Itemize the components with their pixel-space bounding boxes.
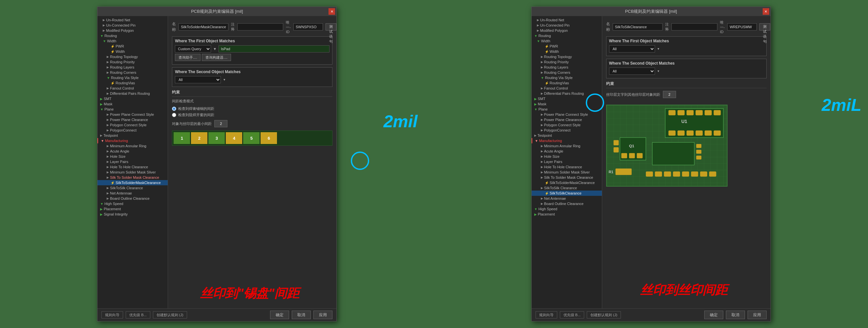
right-tree-width-leaf[interactable]: ⚡ Width (532, 49, 602, 54)
left-tree-min-mask-sliver[interactable]: ▶ Minimum Solder Mask Sliver (97, 170, 168, 175)
right-tree-hole-size[interactable]: ▶ Hole Size (532, 154, 602, 159)
right-tree-silktosilk-leaf[interactable]: ⚡ SilkToSilkClearance (532, 191, 602, 196)
right-rule-btn[interactable]: 规则向导 (535, 311, 557, 319)
right-note-input[interactable] (672, 23, 717, 31)
right-tree-silktosilk[interactable]: ▶ SilkToSilk Clearance (532, 185, 602, 191)
right-tree-polygon-connect[interactable]: ▶ Polygon Connect Style (532, 122, 602, 128)
left-tree-routing-layers[interactable]: ▶ Routing Layers (97, 65, 168, 70)
right-tree-smt[interactable]: ▶ SMT (532, 96, 602, 101)
left-tree-width[interactable]: ▼ Width (97, 38, 168, 44)
right-cancel-btn[interactable]: 取消 (726, 310, 745, 319)
left-tree-net-antennae[interactable]: ▶ Net Antennae (97, 191, 168, 196)
right-second-dropdown[interactable]: All Net (609, 68, 655, 75)
right-tree-pwr[interactable]: ⚡ PWR (532, 44, 602, 49)
right-tree-high-speed[interactable]: ▼ High Speed (532, 206, 602, 211)
right-tree-routing-layers[interactable]: ▶ Routing Layers (532, 65, 602, 70)
left-tree-unrouted-net[interactable]: ▶ Un-Routed Net (97, 18, 168, 23)
right-tree-power-plane-clearance[interactable]: ▶ Power Plane Clearance (532, 117, 602, 122)
left-tree-polygon-connect[interactable]: ▶ Polygon Connect Style (97, 122, 168, 128)
left-tree-signal-integrity[interactable]: ▶ Signal Integrity (97, 211, 168, 217)
right-tree-diff-pairs[interactable]: ▶ Differential Pairs Routing (532, 91, 602, 96)
right-tree-routing-topology[interactable]: ▶ Routing Topology (532, 54, 602, 59)
right-apply-btn[interactable]: 应用 (748, 310, 767, 319)
left-tree-layer-pairs[interactable]: ▶ Layer Pairs (97, 159, 168, 164)
left-tree-hole-size[interactable]: ▶ Hole Size (97, 154, 168, 159)
left-tree-routing-priority[interactable]: ▶ Routing Priority (97, 59, 168, 65)
right-tree-placement[interactable]: ▶ Placement (532, 211, 602, 217)
left-query-value-input[interactable] (219, 45, 330, 53)
left-tree-unconnected-pin[interactable]: ▶ Un-Connected Pin (97, 23, 168, 28)
right-tree-routingvias[interactable]: ⚡ RoutingVias (532, 80, 602, 86)
left-tree-fanout[interactable]: ▶ Fanout Control (97, 86, 168, 91)
left-tree-routing-via-style[interactable]: ▼ Routing Via Style (97, 75, 168, 80)
left-tree-board-outline[interactable]: ▶ Board Outline Clearance (97, 196, 168, 201)
right-tree-routing-corners[interactable]: ▶ Routing Corners (532, 70, 602, 75)
left-query-helper-btn[interactable]: 查询助手.... (175, 54, 200, 61)
left-close-button[interactable]: ✕ (329, 8, 335, 15)
left-radio-input-1[interactable] (172, 107, 176, 111)
left-tree-high-speed[interactable]: ▼ High Speed (97, 201, 168, 206)
right-first-dropdown[interactable]: All Net Custom Query (609, 45, 655, 53)
left-tree-polygonconnect[interactable]: ▶ PolygonConnect (97, 128, 168, 133)
right-tree-min-annular[interactable]: ▶ Minimum Annular Ring (532, 143, 602, 149)
left-test-button[interactable]: 测试语句 (326, 23, 336, 31)
left-tree-min-annular[interactable]: ▶ Minimum Annular Ring (97, 143, 168, 149)
right-tree-net-antennae[interactable]: ▶ Net Antennae (532, 196, 602, 201)
right-tree-power-plane-connect[interactable]: ▶ Power Plane Connect Style (532, 112, 602, 117)
right-name-input[interactable] (613, 23, 662, 31)
left-id-input[interactable] (293, 23, 323, 31)
right-close-button[interactable]: ✕ (763, 8, 769, 15)
right-tree-polygonconnect[interactable]: ▶ PolygonConnect (532, 128, 602, 133)
right-tree-width[interactable]: ▼ Width (532, 38, 602, 44)
right-tree-hole-clearance[interactable]: ▶ Hole To Hole Clearance (532, 164, 602, 170)
right-distance-input[interactable] (663, 91, 676, 98)
left-tree-diff-pairs[interactable]: ▶ Differential Pairs Routing (97, 91, 168, 96)
right-tree-min-mask-sliver[interactable]: ▶ Minimum Solder Mask Sliver (532, 170, 602, 175)
left-tree-placement[interactable]: ▶ Placement (97, 206, 168, 211)
right-tree-manufacturing[interactable]: ▼ Manufacturing (532, 138, 602, 143)
right-tree-layer-pairs[interactable]: ▶ Layer Pairs (532, 159, 602, 164)
left-tree-silk-mask-leaf[interactable]: ⚡ SilkToSolderMaskClearance (97, 180, 168, 185)
left-radio-input-2[interactable] (172, 113, 176, 117)
left-tree-routing-corners[interactable]: ▶ Routing Corners (97, 70, 168, 75)
left-cancel-btn[interactable]: 取消 (292, 310, 311, 319)
left-tree-plane[interactable]: ▼ Plane (97, 107, 168, 112)
left-priority-btn[interactable]: 优先级 B... (126, 311, 150, 319)
left-tree-acute-angle[interactable]: ▶ Acute Angle (97, 149, 168, 154)
left-query-builder-btn[interactable]: 查询构建器.... (202, 54, 231, 61)
left-tree-width-leaf[interactable]: ⚡ Width (97, 49, 168, 54)
left-tree-silk-mask-clearance[interactable]: ▶ Silk To Solder Mask Clearance (97, 175, 168, 180)
left-tree-power-plane-clearance[interactable]: ▶ Power Plane Clearance (97, 117, 168, 122)
right-tree-acute-angle[interactable]: ▶ Acute Angle (532, 149, 602, 154)
right-tree-unrouted-net[interactable]: ▶ Un-Routed Net (532, 18, 602, 23)
left-ok-btn[interactable]: 确定 (270, 310, 289, 319)
left-tree-manufacturing[interactable]: ▼ Manufacturing (97, 138, 168, 143)
right-tree-silk-mask-clearance[interactable]: ▶ Silk To Solder Mask Clearance (532, 175, 602, 180)
right-tree-fanout[interactable]: ▶ Fanout Control (532, 86, 602, 91)
left-note-input[interactable] (237, 23, 283, 31)
right-test-button[interactable]: 测试语句 (760, 23, 770, 31)
left-query-dropdown[interactable]: Custom Query All Net (175, 45, 211, 53)
left-tree-power-plane-connect[interactable]: ▶ Power Plane Connect Style (97, 112, 168, 117)
right-tree-plane[interactable]: ▼ Plane (532, 107, 602, 112)
left-tree-routing[interactable]: ▼ Routing (97, 33, 168, 38)
left-distance-input[interactable] (214, 120, 227, 127)
left-create-btn[interactable]: 创建默认规则 (J) (153, 311, 187, 319)
left-apply-btn[interactable]: 应用 (313, 310, 333, 319)
left-rule-btn[interactable]: 规则向导 (101, 311, 123, 319)
left-tree-hole-clearance[interactable]: ▶ Hole To Hole Clearance (97, 164, 168, 170)
left-tree-pwr[interactable]: ⚡ PWR (97, 44, 168, 49)
right-ok-btn[interactable]: 确定 (704, 310, 723, 319)
left-tree-silktosilk[interactable]: ▶ SilkToSilk Clearance (97, 185, 168, 191)
left-tree-routing-topology[interactable]: ▶ Routing Topology (97, 54, 168, 59)
left-name-input[interactable] (179, 23, 228, 31)
right-tree-board-outline[interactable]: ▶ Board Outline Clearance (532, 201, 602, 206)
right-create-btn[interactable]: 创建默认规则 (J) (587, 311, 621, 319)
right-tree-routing[interactable]: ▼ Routing (532, 33, 602, 38)
right-tree-testpoint[interactable]: ▶ Testpoint (532, 133, 602, 138)
left-tree-smt[interactable]: ▶ SMT (97, 96, 168, 101)
right-tree-unconnected-pin[interactable]: ▶ Un-Connected Pin (532, 23, 602, 28)
right-tree-modified-polygon[interactable]: ▶ Modified Polygon (532, 28, 602, 33)
right-tree-routing-priority[interactable]: ▶ Routing Priority (532, 59, 602, 65)
right-tree-mask[interactable]: ▶ Mask (532, 101, 602, 107)
